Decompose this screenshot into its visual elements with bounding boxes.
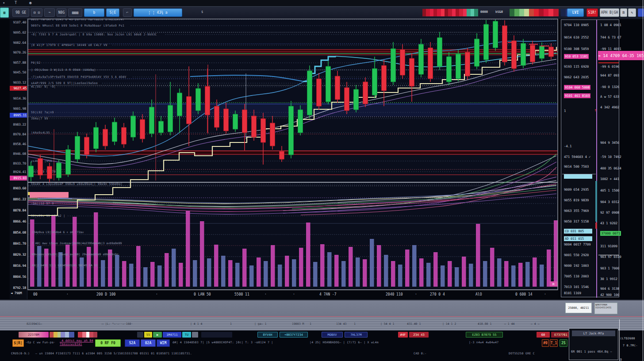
indicator-chip[interactable]: ▶ [153,332,162,338]
toolbar-button[interactable]: ~ [44,8,55,17]
sidebar-row[interactable]: 9000 192 1003 [564,264,589,268]
sidebar-row[interactable]: 904 6 3138 [600,287,619,291]
sidebar-row[interactable]: 9009 654 2935 [564,188,589,192]
sidebar-row[interactable]: CO 031 805 [564,229,592,234]
control-button[interactable]: $|R| [12,339,24,347]
sidebar-row[interactable]: 9050 317 5158 [564,219,589,223]
indicator-chip[interactable]: 55 [144,332,152,338]
sidebar-row[interactable]: 9055 819 9839 [564,198,589,202]
sidebar-row[interactable]: 9062 643 2035 [564,75,589,79]
teal-strip-segment[interactable] [474,9,478,16]
control-button[interactable]: 0 RF F0 [95,339,121,347]
indicator-chip[interactable]: 234 43 [409,332,429,338]
signal-strip-segment[interactable] [539,9,544,16]
sidebar-row[interactable]: 9704 110 0905 [564,23,589,27]
sidebar-row[interactable]: 904 9 3456 [600,141,619,145]
toolbar-button[interactable]: ¦ ¦ 43¾ a [134,8,182,17]
control-button[interactable]: S2A [125,339,140,347]
indicator-chip[interactable] [50,332,74,338]
toolbar-gray-button[interactable]: ✎ [628,8,636,17]
sidebar-row[interactable]: 7005 110 2003 [564,274,589,278]
indicator-chip[interactable] [201,332,232,338]
indicator-chip[interactable]: +0037Y7234 [280,332,308,338]
toolbar-button[interactable]: ⌐ [123,8,132,17]
indicator-chip[interactable]: 60 [537,332,550,338]
signal-strip-segment[interactable] [553,9,559,16]
sidebar-row[interactable]: 9193 115 6920 [564,65,589,69]
toolbar-button[interactable]: ⊟ ⊡ [31,8,42,17]
main-chart[interactable]: 0011 TNPOKP1 QO43 6 49-psPnh1 MaPnaB3o D… [27,19,558,299]
sidebar-row[interactable]: 30 1 9912 [600,277,617,281]
bottom-right-panel[interactable]: LT Jack-Mfa 6R 001 1 pass 464.Bq — [569,328,618,360]
sidebar-row[interactable]: -59 10 7492 [600,155,621,159]
control-button[interactable]: 02A [141,339,156,347]
sidebar-row[interactable]: 903 97 0310 [600,255,621,259]
indicator-chip[interactable] [137,332,143,338]
sidebar-row[interactable]: 43 1 9202 [600,221,617,225]
sidebar-row[interactable]: 37000 0071 [600,231,621,236]
toolbar-button[interactable]: ▥▥▥ [68,8,82,17]
sidebar-row[interactable]: 9001 550 2920 [564,253,589,257]
signal-strip-segment[interactable] [514,9,520,16]
signal-strip-segment[interactable] [510,9,515,16]
control-button[interactable]: #0 [542,339,549,347]
sidebar-row[interactable]: 9014 610 2552 [564,35,589,39]
sidebar-row[interactable]: 9004 0017 7709 [564,242,590,246]
sidebar-row[interactable]: -90 0 1326 [600,85,619,89]
toolbar-gray-button[interactable]: 🗎 [620,8,627,17]
signal-strip-segment[interactable] [534,9,539,16]
indicator-chip[interactable]: 2237BM [19,332,49,338]
sidebar-row[interactable]: 910 053 1181 [564,54,589,59]
sidebar-row[interactable]: 904 3 0312 [600,200,619,204]
indicator-chip[interactable]: TU [182,332,191,338]
sir-button[interactable]: S1R! [586,8,598,17]
sidebar-row[interactable]: -99 6 0196 [600,65,619,69]
sidebar-row[interactable]: -99 11 4691 [600,47,621,51]
indicator-chip[interactable]: 1M4711 [163,332,181,338]
sidebar-row[interactable]: 9063 355 7969 [564,209,589,213]
indicator-chip[interactable]: #4F [398,332,408,338]
control-button[interactable]: T_1 [550,339,558,347]
sidebar-row[interactable]: 1 [564,109,566,113]
sidebar-row[interactable]: 400 35 0624 [600,166,621,170]
sidebar-row[interactable]: 92 97 0908 [600,211,619,215]
sidebar-row[interactable]: 4 342 4902 [600,105,619,109]
signal-strip-segment[interactable] [524,9,529,16]
signal-strip-segment[interactable] [548,9,554,16]
indicator-chip[interactable]: 7HL37M [345,332,368,338]
control-button[interactable]: WIM [157,339,170,347]
panel-header[interactable]: LT Jack-Mfa [572,330,615,336]
sidebar-row[interactable]: 903 1 7000 [600,266,619,270]
sidebar-row[interactable]: 9014 500 7503 [564,165,589,169]
indicator-chip[interactable]: EZ03 B7079 55 [466,332,503,338]
indicator-chip[interactable]: BYV4H [257,332,278,338]
sidebar-row[interactable]: 8101 1169 [564,291,581,295]
sidebar-row[interactable]: AD 011 015 [564,236,592,241]
toolbar-gray-button[interactable]: APH B|GH [600,8,619,17]
sidebar-row[interactable]: 7013 101 1546 [564,285,589,289]
sidebar-row[interactable]: 9100 308 5059 [564,47,589,51]
lvi-button[interactable]: LVI [567,8,584,17]
sidebar-row[interactable]: 744 6 73 67 [600,35,621,39]
sidebar-row[interactable]: -4.1 [564,144,571,148]
toolbar-button[interactable]: S|E [106,8,119,17]
toolbar-button[interactable]: 9B GE [12,8,29,17]
toolbar-button[interactable]: b [84,8,104,17]
sidebar-row[interactable] [564,174,592,179]
sidebar-row[interactable]: 9104 060 5008 [564,85,590,90]
sidebar-row[interactable]: 311 91099 [600,244,617,248]
overview-timeline-panel[interactable]: 82199431—▭ |L: *—·—··—·160·| 4 1 41| ga—… [0,300,644,330]
sidebar-row[interactable]: 1002 + 441 [600,177,619,181]
indicator-chip[interactable] [192,332,198,338]
titlebar-icon[interactable]: ✦ [3,0,5,5]
sidebar-row[interactable]: 471 594603 4 ✓ [564,155,590,159]
toolbar-button[interactable]: N8G [57,8,66,17]
sidebar-row[interactable]: A w 57 633 [600,95,619,99]
signal-strip-segment[interactable] [519,9,525,16]
titlebar-icon[interactable]: ◉ [29,0,31,5]
blue-strip-segment[interactable] [561,9,566,16]
signal-strip-segment[interactable] [544,9,549,16]
signal-strip-segment[interactable] [529,9,534,16]
sidebar-row[interactable]: 9101 461 8103 [564,93,590,98]
sidebar-row[interactable]: 1 08 4 0901 [600,23,621,27]
